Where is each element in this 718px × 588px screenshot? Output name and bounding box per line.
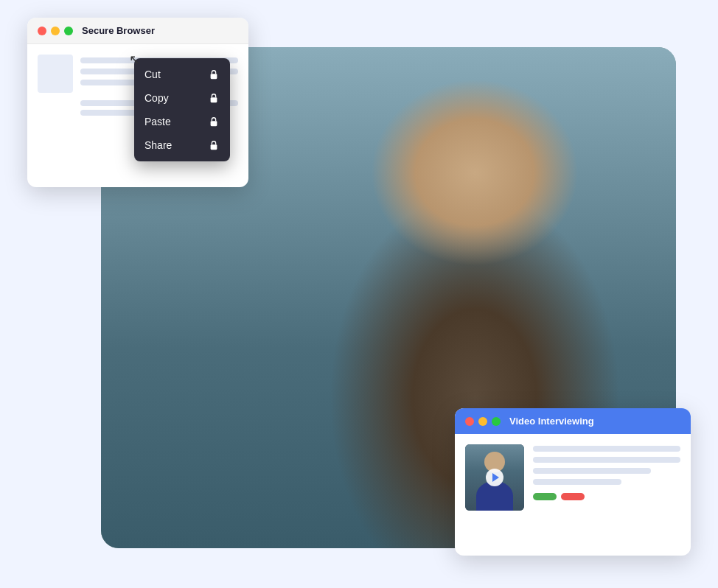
vi-info-line-4 <box>533 479 621 485</box>
paste-label: Paste <box>144 116 171 127</box>
vi-info-panel <box>533 444 680 511</box>
svg-rect-0 <box>211 74 217 79</box>
context-menu: Cut Copy Paste <box>134 58 230 161</box>
vi-tag-green <box>533 493 557 500</box>
svg-rect-3 <box>211 144 217 150</box>
vi-title: Video Interviewing <box>509 416 594 427</box>
vi-titlebar: Video Interviewing <box>455 408 691 434</box>
vi-close-dot[interactable] <box>465 417 474 426</box>
vi-info-line-1 <box>533 446 680 452</box>
vi-body <box>455 434 691 521</box>
menu-item-copy[interactable]: Copy <box>134 86 230 110</box>
vi-video-thumbnail[interactable] <box>465 444 524 511</box>
minimize-dot[interactable] <box>51 27 60 35</box>
menu-item-paste[interactable]: Paste <box>134 110 230 133</box>
vi-maximize-dot[interactable] <box>492 417 501 426</box>
vi-info-line-3 <box>533 468 651 474</box>
copy-lock-icon <box>208 92 220 104</box>
svg-rect-1 <box>211 97 217 102</box>
close-dot[interactable] <box>38 27 46 35</box>
vi-play-button[interactable] <box>486 469 503 486</box>
content-thumbnail <box>38 55 73 93</box>
video-interview-window: Video Interviewing <box>455 408 691 556</box>
secure-browser-title: Secure Browser <box>82 25 155 36</box>
svg-rect-2 <box>211 121 217 126</box>
vi-tags <box>533 493 680 500</box>
mouse-cursor: ↖ <box>129 52 140 68</box>
vi-info-line-2 <box>533 457 680 463</box>
scene: Secure Browser ↖ Cut <box>27 18 691 570</box>
copy-label: Copy <box>144 92 169 104</box>
secure-browser-titlebar: Secure Browser <box>27 18 248 44</box>
maximize-dot[interactable] <box>64 27 73 35</box>
vi-tag-red <box>561 493 585 500</box>
share-lock-icon <box>208 139 220 151</box>
secure-browser-window: Secure Browser ↖ Cut <box>27 18 248 187</box>
menu-item-cut[interactable]: Cut <box>134 63 230 86</box>
cut-lock-icon <box>208 69 220 80</box>
cut-label: Cut <box>144 69 161 80</box>
paste-lock-icon <box>208 116 220 127</box>
vi-minimize-dot[interactable] <box>478 417 487 426</box>
share-label: Share <box>144 139 172 151</box>
menu-item-share[interactable]: Share <box>134 133 230 157</box>
